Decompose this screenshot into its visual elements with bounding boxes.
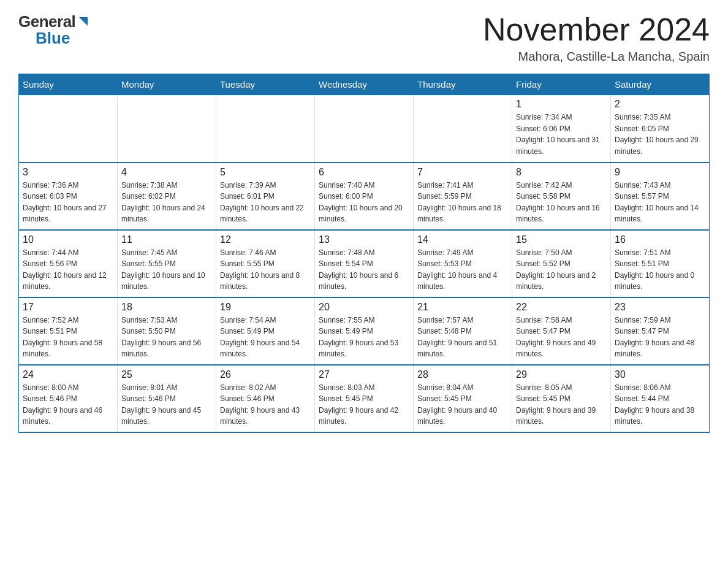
weekday-header-thursday: Thursday <box>414 74 512 95</box>
calendar-cell: 9Sunrise: 7:43 AM Sunset: 5:57 PM Daylig… <box>611 163 710 230</box>
calendar-cell <box>414 95 512 163</box>
calendar-cell <box>315 95 414 163</box>
day-number: 25 <box>121 369 212 380</box>
weekday-header-tuesday: Tuesday <box>216 74 315 95</box>
calendar-cell: 15Sunrise: 7:50 AM Sunset: 5:52 PM Dayli… <box>512 230 611 297</box>
logo: General Blue <box>18 12 88 48</box>
day-info: Sunrise: 7:36 AM Sunset: 6:03 PM Dayligh… <box>23 180 113 225</box>
day-number: 15 <box>516 234 607 245</box>
weekday-header-monday: Monday <box>118 74 216 95</box>
day-info: Sunrise: 7:41 AM Sunset: 5:59 PM Dayligh… <box>417 180 508 225</box>
weekday-header-saturday: Saturday <box>611 74 710 95</box>
calendar-cell: 16Sunrise: 7:51 AM Sunset: 5:51 PM Dayli… <box>611 230 710 297</box>
page-header: General Blue November 2024 Mahora, Casti… <box>18 12 710 64</box>
day-info: Sunrise: 8:02 AM Sunset: 5:46 PM Dayligh… <box>220 382 311 427</box>
day-info: Sunrise: 7:44 AM Sunset: 5:56 PM Dayligh… <box>23 247 113 293</box>
calendar-cell <box>118 95 216 163</box>
calendar-cell: 19Sunrise: 7:54 AM Sunset: 5:49 PM Dayli… <box>216 297 315 365</box>
calendar-cell: 22Sunrise: 7:58 AM Sunset: 5:47 PM Dayli… <box>512 297 611 365</box>
day-info: Sunrise: 7:34 AM Sunset: 6:06 PM Dayligh… <box>516 112 607 157</box>
week-row-1: 1Sunrise: 7:34 AM Sunset: 6:06 PM Daylig… <box>19 95 710 163</box>
day-info: Sunrise: 7:46 AM Sunset: 5:55 PM Dayligh… <box>220 247 311 293</box>
week-row-5: 24Sunrise: 8:00 AM Sunset: 5:46 PM Dayli… <box>19 365 710 432</box>
day-info: Sunrise: 7:53 AM Sunset: 5:50 PM Dayligh… <box>121 315 212 360</box>
day-info: Sunrise: 7:58 AM Sunset: 5:47 PM Dayligh… <box>516 315 607 360</box>
day-number: 8 <box>516 167 607 178</box>
calendar-cell: 25Sunrise: 8:01 AM Sunset: 5:46 PM Dayli… <box>118 365 216 432</box>
calendar-cell: 8Sunrise: 7:42 AM Sunset: 5:58 PM Daylig… <box>512 163 611 230</box>
day-info: Sunrise: 7:48 AM Sunset: 5:54 PM Dayligh… <box>319 247 409 293</box>
day-info: Sunrise: 8:05 AM Sunset: 5:45 PM Dayligh… <box>516 382 607 427</box>
day-number: 16 <box>615 234 705 245</box>
calendar-cell: 11Sunrise: 7:45 AM Sunset: 5:55 PM Dayli… <box>118 230 216 297</box>
day-number: 18 <box>121 302 212 313</box>
day-number: 6 <box>319 167 409 178</box>
day-info: Sunrise: 7:42 AM Sunset: 5:58 PM Dayligh… <box>516 180 607 225</box>
day-number: 21 <box>417 302 508 313</box>
calendar-cell: 27Sunrise: 8:03 AM Sunset: 5:45 PM Dayli… <box>315 365 414 432</box>
day-number: 29 <box>516 369 607 380</box>
day-info: Sunrise: 7:38 AM Sunset: 6:02 PM Dayligh… <box>121 180 212 225</box>
weekday-header-row: SundayMondayTuesdayWednesdayThursdayFrid… <box>19 74 710 95</box>
calendar-cell: 6Sunrise: 7:40 AM Sunset: 6:00 PM Daylig… <box>315 163 414 230</box>
calendar-cell: 28Sunrise: 8:04 AM Sunset: 5:45 PM Dayli… <box>414 365 512 432</box>
calendar-cell: 14Sunrise: 7:49 AM Sunset: 5:53 PM Dayli… <box>414 230 512 297</box>
weekday-header-wednesday: Wednesday <box>315 74 414 95</box>
day-number: 10 <box>23 234 113 245</box>
day-info: Sunrise: 8:03 AM Sunset: 5:45 PM Dayligh… <box>319 382 409 427</box>
day-number: 26 <box>220 369 311 380</box>
day-number: 30 <box>615 369 705 380</box>
day-number: 24 <box>23 369 113 380</box>
day-number: 17 <box>23 302 113 313</box>
day-number: 4 <box>121 167 212 178</box>
day-number: 22 <box>516 302 607 313</box>
calendar-table: SundayMondayTuesdayWednesdayThursdayFrid… <box>18 74 710 433</box>
calendar-cell: 30Sunrise: 8:06 AM Sunset: 5:44 PM Dayli… <box>611 365 710 432</box>
weekday-header-sunday: Sunday <box>19 74 118 95</box>
week-row-4: 17Sunrise: 7:52 AM Sunset: 5:51 PM Dayli… <box>19 297 710 365</box>
calendar-cell: 1Sunrise: 7:34 AM Sunset: 6:06 PM Daylig… <box>512 95 611 163</box>
title-block: November 2024 Mahora, Castille-La Mancha… <box>483 12 710 64</box>
day-number: 3 <box>23 167 113 178</box>
day-number: 12 <box>220 234 311 245</box>
day-info: Sunrise: 7:59 AM Sunset: 5:47 PM Dayligh… <box>615 315 705 360</box>
calendar-cell: 29Sunrise: 8:05 AM Sunset: 5:45 PM Dayli… <box>512 365 611 432</box>
location-text: Mahora, Castille-La Mancha, Spain <box>483 50 710 64</box>
svg-marker-0 <box>79 17 88 26</box>
calendar-cell: 24Sunrise: 8:00 AM Sunset: 5:46 PM Dayli… <box>19 365 118 432</box>
week-row-2: 3Sunrise: 7:36 AM Sunset: 6:03 PM Daylig… <box>19 163 710 230</box>
calendar-cell: 12Sunrise: 7:46 AM Sunset: 5:55 PM Dayli… <box>216 230 315 297</box>
calendar-cell <box>216 95 315 163</box>
day-info: Sunrise: 7:57 AM Sunset: 5:48 PM Dayligh… <box>417 315 508 360</box>
day-info: Sunrise: 7:43 AM Sunset: 5:57 PM Dayligh… <box>615 180 705 225</box>
day-number: 27 <box>319 369 409 380</box>
day-number: 20 <box>319 302 409 313</box>
day-number: 9 <box>615 167 705 178</box>
day-number: 7 <box>417 167 508 178</box>
day-info: Sunrise: 7:54 AM Sunset: 5:49 PM Dayligh… <box>220 315 311 360</box>
calendar-cell: 4Sunrise: 7:38 AM Sunset: 6:02 PM Daylig… <box>118 163 216 230</box>
day-number: 23 <box>615 302 705 313</box>
day-info: Sunrise: 7:35 AM Sunset: 6:05 PM Dayligh… <box>615 112 705 157</box>
day-info: Sunrise: 8:06 AM Sunset: 5:44 PM Dayligh… <box>615 382 705 427</box>
day-info: Sunrise: 7:45 AM Sunset: 5:55 PM Dayligh… <box>121 247 212 293</box>
calendar-cell: 21Sunrise: 7:57 AM Sunset: 5:48 PM Dayli… <box>414 297 512 365</box>
calendar-cell: 3Sunrise: 7:36 AM Sunset: 6:03 PM Daylig… <box>19 163 118 230</box>
day-info: Sunrise: 8:01 AM Sunset: 5:46 PM Dayligh… <box>121 382 212 427</box>
day-number: 2 <box>615 99 705 110</box>
calendar-cell: 13Sunrise: 7:48 AM Sunset: 5:54 PM Dayli… <box>315 230 414 297</box>
week-row-3: 10Sunrise: 7:44 AM Sunset: 5:56 PM Dayli… <box>19 230 710 297</box>
calendar-cell: 10Sunrise: 7:44 AM Sunset: 5:56 PM Dayli… <box>19 230 118 297</box>
calendar-cell: 17Sunrise: 7:52 AM Sunset: 5:51 PM Dayli… <box>19 297 118 365</box>
calendar-cell: 26Sunrise: 8:02 AM Sunset: 5:46 PM Dayli… <box>216 365 315 432</box>
day-info: Sunrise: 7:50 AM Sunset: 5:52 PM Dayligh… <box>516 247 607 293</box>
calendar-cell: 20Sunrise: 7:55 AM Sunset: 5:49 PM Dayli… <box>315 297 414 365</box>
calendar-cell: 18Sunrise: 7:53 AM Sunset: 5:50 PM Dayli… <box>118 297 216 365</box>
calendar-cell: 7Sunrise: 7:41 AM Sunset: 5:59 PM Daylig… <box>414 163 512 230</box>
logo-blue-text: Blue <box>36 29 70 47</box>
day-info: Sunrise: 7:40 AM Sunset: 6:00 PM Dayligh… <box>319 180 409 225</box>
month-title: November 2024 <box>483 12 710 47</box>
logo-triangle-icon <box>77 16 88 29</box>
day-number: 1 <box>516 99 607 110</box>
day-info: Sunrise: 7:52 AM Sunset: 5:51 PM Dayligh… <box>23 315 113 360</box>
